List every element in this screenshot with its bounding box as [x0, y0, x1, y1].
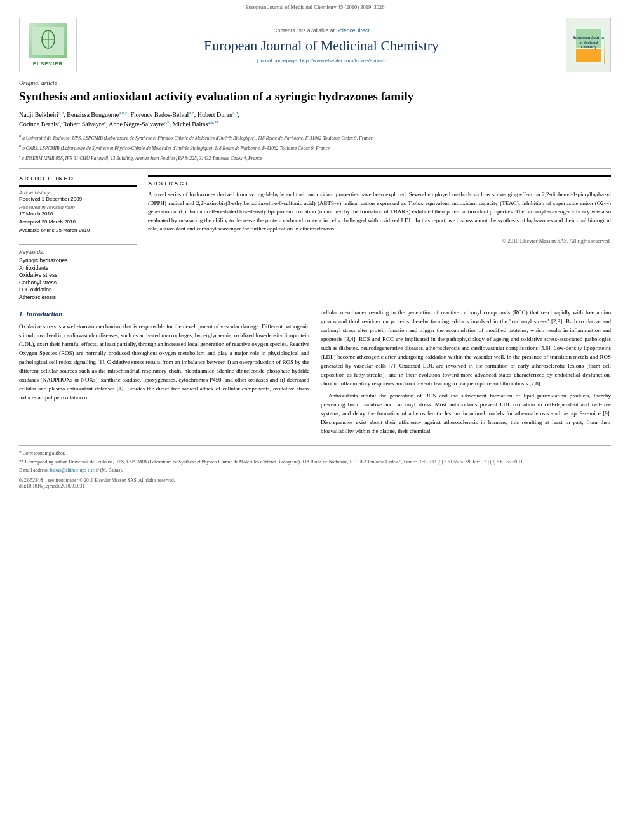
- keywords-label: Keywords:: [19, 249, 137, 255]
- affil-sup-1: a,b: [58, 110, 64, 116]
- journal-citation: European Journal of Medicinal Chemistry …: [246, 4, 385, 10]
- keyword-6: Atherosclerosis: [19, 294, 137, 300]
- author-hubert: Hubert Duran: [198, 111, 232, 118]
- affil-sup-4: a,b: [232, 110, 238, 116]
- journal-citation-bar: European Journal of Medicinal Chemistry …: [0, 0, 630, 13]
- affil-sup-3: a,b: [189, 110, 194, 116]
- abstract-column: ABSTRACT A novel series of hydrazones de…: [148, 175, 611, 301]
- article-type: Original article: [19, 80, 611, 86]
- journal-header: ELSEVIER Contents lists available at Sci…: [19, 18, 611, 72]
- copyright-bottom: 0223-5234/$ – see front matter © 2010 El…: [19, 477, 611, 489]
- elsevier-logo-area: ELSEVIER: [20, 18, 77, 72]
- body-col-left: 1. Introduction Oxidative stress is a we…: [19, 309, 309, 439]
- affil-sup-8: a,b,**: [208, 120, 218, 125]
- author-anne: Anne Nègre-Salvayre: [109, 121, 164, 128]
- affil-a: a a Université de Toulouse, UPS, LSPCMIB…: [19, 133, 611, 142]
- authors-line: Nadji Belkheiria,b, Benaissa Bouguernea,…: [19, 110, 611, 130]
- article-info-box: Article history: Received 1 December 200…: [19, 185, 137, 239]
- intro-col2-para1: cellular membranes resulting in the gene…: [321, 309, 611, 388]
- author-florence: Florence Bedos-Belval: [130, 111, 189, 118]
- affil-sup-6: c: [104, 120, 106, 125]
- footnote-email: E-mail address: baltas@chimie.ups-tlse.f…: [19, 467, 611, 474]
- abstract-copyright: © 2010 Elsevier Masson SAS. All rights r…: [148, 237, 611, 244]
- keyword-1: Syringic hydrazones: [19, 257, 137, 263]
- article-info-header: ARTICLE INFO: [19, 175, 137, 182]
- history-label: Article history:: [19, 190, 137, 196]
- svg-text:Chemistry: Chemistry: [580, 45, 596, 49]
- journal-logo-right: European Journal of Medicinal Chemistry: [566, 18, 610, 72]
- journal-title-header: European Journal of Medicinal Chemistry: [204, 37, 439, 54]
- author-benaissa: Benaissa Bouguerne: [67, 111, 119, 118]
- author-nadji: Nadji Belkheiri: [19, 111, 58, 118]
- affil-c: c c INSERM I2MR 858, IFR 31 CHU Rangueil…: [19, 153, 611, 162]
- intro-title: 1. Introduction: [19, 309, 309, 319]
- journal-homepage-url[interactable]: journal homepage: http://www.elsevier.co…: [257, 58, 386, 63]
- affil-sup-2: a,b,c: [119, 110, 127, 116]
- info-abstract-section: ARTICLE INFO Article history: Received 1…: [19, 175, 611, 301]
- abstract-text: A novel series of hydrazones derived fro…: [148, 190, 611, 234]
- author-michel: Michel Baltas: [172, 121, 208, 128]
- author-robert: Robert Salvayre: [63, 121, 104, 128]
- affil-sup-5: c: [58, 120, 60, 125]
- intro-para1: Oxidative stress is a well-known mechani…: [19, 323, 309, 402]
- elsevier-logo-image: [29, 23, 67, 58]
- body-col-right: cellular membranes resulting in the gene…: [321, 309, 611, 439]
- keyword-5: LDL oxidation: [19, 286, 137, 293]
- abstract-box: ABSTRACT A novel series of hydrazones de…: [148, 175, 611, 244]
- journal-header-center: Contents lists available at ScienceDirec…: [77, 18, 566, 72]
- article-title: Synthesis and antioxidant activity evalu…: [19, 89, 611, 105]
- body-section: 1. Introduction Oxidative stress is a we…: [19, 309, 611, 439]
- received-date: Received 1 December 2009: [19, 196, 137, 202]
- body-two-col: 1. Introduction Oxidative stress is a we…: [19, 309, 611, 439]
- abstract-header: ABSTRACT: [148, 180, 611, 187]
- footnote-corresponding1: * Corresponding author.: [19, 450, 611, 457]
- journal-homepage-line: journal homepage: http://www.elsevier.co…: [257, 58, 386, 63]
- svg-rect-6: [576, 49, 601, 62]
- affil-sup-7: c,*: [164, 120, 169, 125]
- footnotes-area: * Corresponding author. ** Corresponding…: [19, 445, 611, 474]
- intro-col2-para2: Antioxidants inhibit the generation of R…: [321, 392, 611, 436]
- article-info-column: ARTICLE INFO Article history: Received 1…: [19, 175, 137, 301]
- keyword-4: Carbonyl stress: [19, 279, 137, 286]
- revised-date: 17 March 2010: [19, 211, 137, 217]
- elsevier-wordmark: ELSEVIER: [33, 61, 64, 67]
- available-online: Available online 25 March 2010: [19, 227, 137, 233]
- affil-b: b b CNRS, LSPCMIB (Laboratoire de Synthè…: [19, 143, 611, 152]
- sciencedirect-link[interactable]: ScienceDirect: [336, 27, 369, 34]
- author-corinne: Corinne Bernis: [19, 121, 58, 128]
- keyword-2: Antioxidants: [19, 265, 137, 271]
- email-link[interactable]: baltas@chimie.ups-tlse.fr: [50, 467, 99, 473]
- svg-text:European Journal: European Journal: [573, 36, 604, 39]
- affiliations: a a Université de Toulouse, UPS, LSPCMIB…: [19, 133, 611, 162]
- revised-label: Received in revised form: [19, 204, 137, 210]
- keyword-3: Oxidative stress: [19, 272, 137, 278]
- keywords-box: Keywords: Syringic hydrazones Antioxidan…: [19, 244, 137, 300]
- accepted-date: Accepted 20 March 2010: [19, 219, 137, 225]
- header-divider: [19, 168, 611, 169]
- page-wrapper: European Journal of Medicinal Chemistry …: [0, 0, 630, 840]
- footnote-corresponding2: ** Corresponding author. Université de T…: [19, 458, 611, 465]
- journal-logo-right-image: European Journal of Medicinal Chemistry: [573, 26, 605, 64]
- sciencedirect-line: Contents lists available at ScienceDirec…: [273, 27, 369, 34]
- svg-text:of Medicinal: of Medicinal: [579, 41, 598, 44]
